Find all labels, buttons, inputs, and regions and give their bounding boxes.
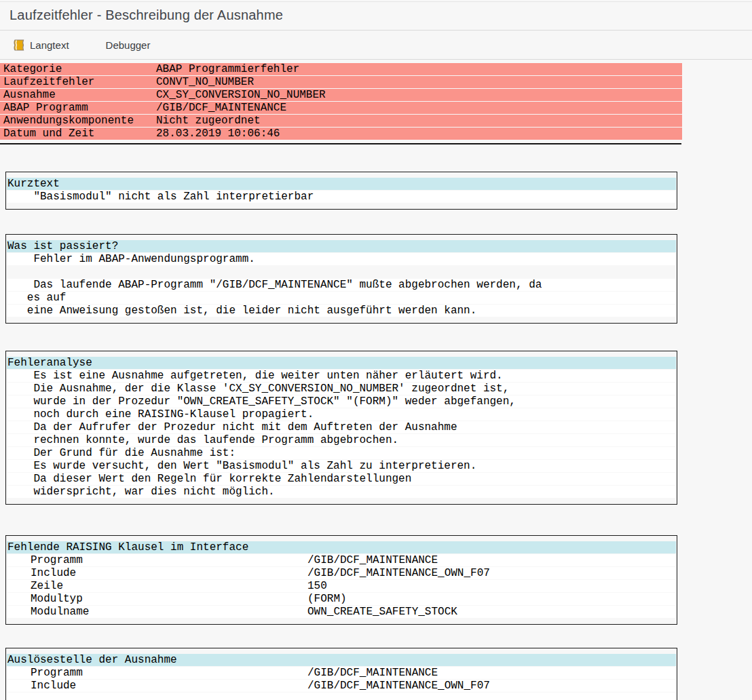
summary-row: KategorieABAP Programmierfehler	[0, 63, 682, 75]
section-text-line: Das laufende ABAP-Programm "/GIB/DCF_MAI…	[7, 279, 676, 291]
section-box: Auslösestelle der AusnahmeProgramm/GIB/D…	[5, 648, 677, 700]
section-header: Fehleranalyse	[7, 357, 676, 369]
summary-row-label: Anwendungskomponente	[3, 115, 156, 127]
kv-value: /GIB/DCF_MAINTENANCE	[307, 667, 676, 679]
section-box: Was ist passiert? Fehler im ABAP-Anwendu…	[5, 234, 677, 324]
summary-row: LaufzeitfehlerCONVT_NO_NUMBER	[0, 76, 682, 88]
summary-divider	[0, 143, 681, 144]
kv-value: /GIB/DCF_MAINTENANCE_OWN_F07	[307, 680, 676, 692]
section-text-line: wurde in der Prozedur "OWN_CREATE_SAFETY…	[7, 395, 676, 408]
summary-row: Datum und Zeit28.03.2019 10:06:46	[0, 128, 682, 140]
kv-label: Include	[7, 680, 307, 692]
summary-row-label: Ausnahme	[3, 89, 156, 101]
debugger-button[interactable]: Debugger	[102, 37, 155, 54]
summary-row-label: Datum und Zeit	[3, 128, 156, 140]
kv-value: /GIB/DCF_MAINTENANCE_OWN_F07	[307, 567, 676, 579]
page-title: Laufzeitfehler - Beschreibung der Ausnah…	[10, 7, 283, 23]
toolbar: Langtext Debugger	[0, 31, 752, 60]
clipped-row	[7, 693, 676, 700]
error-summary-table: KategorieABAP ProgrammierfehlerLaufzeitf…	[0, 63, 682, 140]
kv-label: Programm	[7, 667, 307, 679]
section-text-line: noch durch eine RAISING-Klausel propagie…	[7, 408, 676, 421]
section-text-line: Fehler im ABAP-Anwendungsprogramm.	[7, 253, 676, 265]
section-text-line: "Basismodul" nicht als Zahl interpretier…	[7, 191, 676, 203]
summary-row: AnwendungskomponenteNicht zugeordnet	[0, 115, 682, 127]
debugger-label: Debugger	[106, 39, 151, 51]
section-text-line: Der Grund für die Ausnahme ist:	[7, 447, 676, 459]
title-bar: Laufzeitfehler - Beschreibung der Ausnah…	[0, 0, 752, 31]
kv-label: Programm	[7, 554, 307, 566]
summary-row-value: CONVT_NO_NUMBER	[156, 76, 682, 88]
section-text-line: Die Ausnahme, der die Klasse 'CX_SY_CONV…	[7, 383, 676, 395]
kv-value: /GIB/DCF_MAINTENANCE	[307, 554, 676, 566]
error-sections: Kurztext "Basismodul" nicht als Zahl int…	[5, 172, 677, 700]
section-header: Was ist passiert?	[7, 240, 676, 252]
section-kv-row: ModulnameOWN_CREATE_SAFETY_STOCK	[7, 606, 676, 618]
langtext-label: Langtext	[30, 39, 69, 51]
summary-row-label: Kategorie	[3, 63, 156, 75]
summary-row-value: ABAP Programmierfehler	[156, 63, 682, 75]
summary-row-value: /GIB/DCF_MAINTENANCE	[156, 102, 682, 114]
section-text-line: es auf	[7, 292, 676, 304]
section-box: Fehleranalyse Es ist eine Ausnahme aufge…	[5, 351, 677, 505]
langtext-button[interactable]: Langtext	[8, 37, 73, 54]
section-text-line: Da der Aufrufer der Prozedur nicht mit d…	[7, 421, 676, 433]
section-kv-row: Include/GIB/DCF_MAINTENANCE_OWN_F07	[7, 567, 676, 579]
document-icon	[12, 39, 25, 51]
kv-value: (FORM)	[307, 593, 676, 605]
section-kv-row: Programm/GIB/DCF_MAINTENANCE	[7, 667, 676, 679]
section-text-line: Es ist eine Ausnahme aufgetreten, die we…	[7, 370, 676, 382]
kv-label: Zeile	[7, 580, 307, 592]
section-box: Fehlende RAISING Klausel im InterfacePro…	[5, 535, 677, 625]
section-header: Kurztext	[7, 178, 676, 190]
kv-label: Include	[7, 567, 307, 579]
section-kv-row: Zeile150	[7, 580, 676, 592]
top-divider	[0, 1, 752, 2]
section-kv-row: Modultyp(FORM)	[7, 593, 676, 605]
kv-value: OWN_CREATE_SAFETY_STOCK	[307, 606, 676, 618]
summary-row-value: CX_SY_CONVERSION_NO_NUMBER	[156, 89, 682, 101]
summary-row-label: ABAP Programm	[3, 102, 156, 114]
section-text-line	[7, 266, 676, 278]
section-header: Auslösestelle der Ausnahme	[7, 654, 676, 666]
kv-value: 150	[307, 580, 676, 592]
summary-row-value: Nicht zugeordnet	[156, 115, 682, 127]
section-text-line: eine Anweisung gestoßen ist, die leider …	[7, 305, 676, 317]
section-box: Kurztext "Basismodul" nicht als Zahl int…	[5, 172, 677, 210]
summary-row-value: 28.03.2019 10:06:46	[156, 128, 682, 140]
summary-row: AusnahmeCX_SY_CONVERSION_NO_NUMBER	[0, 89, 682, 101]
kv-label: Modultyp	[7, 593, 307, 605]
summary-row-label: Laufzeitfehler	[3, 76, 156, 88]
section-text-line: rechnen konnte, wurde das laufende Progr…	[7, 434, 676, 446]
section-header: Fehlende RAISING Klausel im Interface	[7, 541, 676, 553]
summary-row: ABAP Programm/GIB/DCF_MAINTENANCE	[0, 102, 682, 114]
section-text-line: Da dieser Wert den Regeln für korrekte Z…	[7, 473, 676, 485]
section-kv-row: Include/GIB/DCF_MAINTENANCE_OWN_F07	[7, 680, 676, 692]
section-text-line: Es wurde versucht, den Wert "Basismodul"…	[7, 460, 676, 472]
kv-label: Modulname	[7, 606, 307, 618]
section-text-line: widerspricht, war dies nicht möglich.	[7, 486, 676, 498]
section-kv-row: Programm/GIB/DCF_MAINTENANCE	[7, 554, 676, 566]
